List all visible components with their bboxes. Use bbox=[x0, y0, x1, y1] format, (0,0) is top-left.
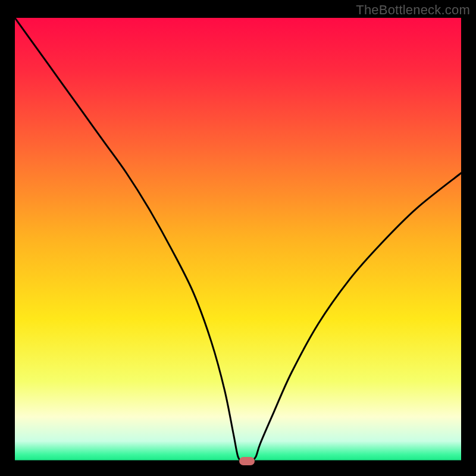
watermark-text: TheBottleneck.com bbox=[356, 2, 470, 18]
plot-area bbox=[15, 18, 461, 461]
chart-svg bbox=[15, 18, 461, 461]
gradient-background bbox=[15, 18, 461, 461]
minimum-marker bbox=[239, 457, 255, 465]
chart-frame: TheBottleneck.com bbox=[0, 0, 476, 476]
